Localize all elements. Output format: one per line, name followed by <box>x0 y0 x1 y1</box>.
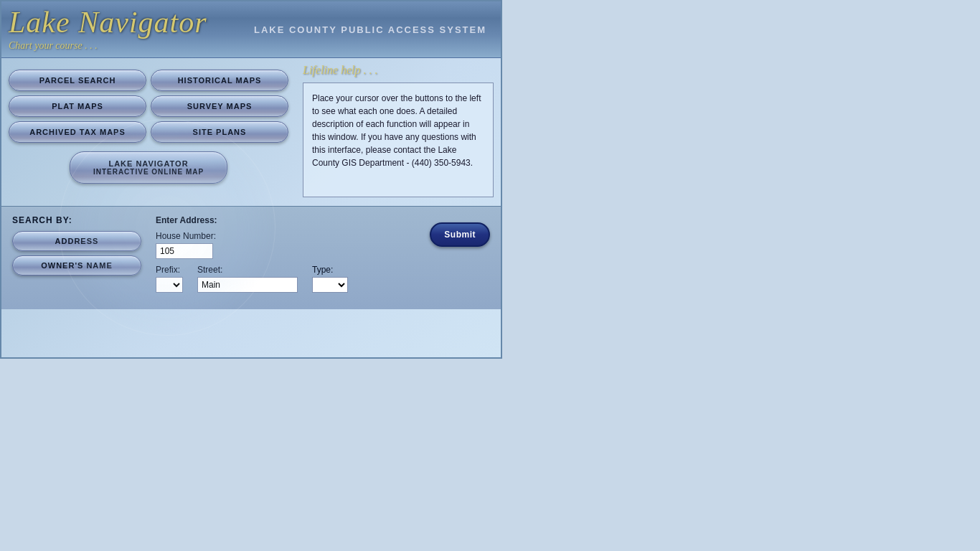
logo-area: Lake Navigator Chart your course . . . <box>9 7 254 52</box>
interactive-map-button[interactable]: LAKE NAVIGATOR INTERACTIVE ONLINE MAP <box>70 151 227 184</box>
search-form: Enter Address: House Number: Prefix: N S… <box>156 215 415 298</box>
search-left: SEARCH BY: ADDRESS OWNER'S NAME <box>12 215 141 276</box>
search-buttons: ADDRESS OWNER'S NAME <box>12 231 141 276</box>
help-text: Place your cursor over the buttons to th… <box>312 92 484 169</box>
address-button[interactable]: ADDRESS <box>12 231 141 251</box>
prefix-field: Prefix: N S E W <box>156 265 183 293</box>
prefix-select[interactable]: N S E W <box>156 277 183 293</box>
help-box: Place your cursor over the buttons to th… <box>303 83 494 197</box>
plat-maps-button[interactable]: PLAT MAPS <box>9 95 146 117</box>
submit-button[interactable]: Submit <box>430 222 490 247</box>
prefix-label: Prefix: <box>156 265 183 275</box>
system-title: LAKE COUNTY PUBLIC ACCESS SYSTEM <box>254 24 494 35</box>
buttons-grid: PARCEL SEARCH HISTORICAL MAPS PLAT MAPS … <box>9 70 288 184</box>
lifeline-label: Lifeline help . . . <box>303 64 494 77</box>
interactive-map-line2: INTERACTIVE ONLINE MAP <box>79 168 218 176</box>
help-section: Lifeline help . . . Place your cursor ov… <box>303 64 494 197</box>
street-input[interactable] <box>197 277 298 293</box>
form-fields-row: Prefix: N S E W Street: <box>156 265 415 298</box>
owners-name-button[interactable]: OWNER'S NAME <box>12 255 141 276</box>
chart-your-course-label: Chart your course . . . <box>9 40 254 52</box>
historical-maps-button[interactable]: HISTORICAL MAPS <box>151 70 288 91</box>
type-field: Type: St Ave Blvd Dr Rd Ln Ct <box>312 265 348 293</box>
enter-address-label: Enter Address: <box>156 215 415 225</box>
survey-maps-button[interactable]: SURVEY MAPS <box>151 95 288 117</box>
street-field: Street: <box>197 265 298 293</box>
nav-help-area: PARCEL SEARCH HISTORICAL MAPS PLAT MAPS … <box>1 58 501 203</box>
house-number-input[interactable] <box>156 243 213 259</box>
house-number-label: House Number: <box>156 231 415 241</box>
site-plans-button[interactable]: SITE PLANS <box>151 121 288 143</box>
search-area: SEARCH BY: ADDRESS OWNER'S NAME Enter Ad… <box>1 206 501 309</box>
app-title: Lake Navigator <box>9 7 254 37</box>
house-number-row: House Number: <box>156 231 415 259</box>
type-label: Type: <box>312 265 348 275</box>
header: Lake Navigator Chart your course . . . L… <box>1 1 501 58</box>
type-select[interactable]: St Ave Blvd Dr Rd Ln Ct <box>312 277 348 293</box>
submit-area: Submit <box>430 215 490 247</box>
street-label: Street: <box>197 265 298 275</box>
parcel-search-button[interactable]: PARCEL SEARCH <box>9 70 146 91</box>
search-row: SEARCH BY: ADDRESS OWNER'S NAME Enter Ad… <box>12 215 490 298</box>
archived-tax-maps-button[interactable]: ARCHIVED TAX MAPS <box>9 121 146 143</box>
nav-section: PARCEL SEARCH HISTORICAL MAPS PLAT MAPS … <box>9 64 296 197</box>
main-container: Lake Navigator Chart your course . . . L… <box>0 0 502 359</box>
interactive-map-line1: LAKE NAVIGATOR <box>79 159 218 168</box>
search-by-label: SEARCH BY: <box>12 215 141 225</box>
